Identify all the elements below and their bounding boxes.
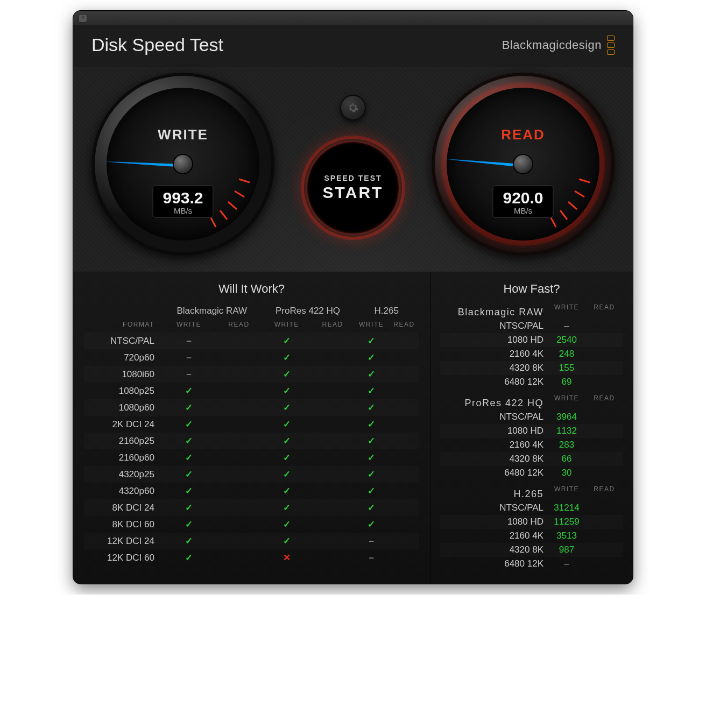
how-fast-row: 4320 8K155	[440, 361, 623, 375]
how-fast-title: How Fast?	[440, 282, 623, 296]
format-label: 8K DCI 60	[84, 516, 162, 533]
table-row: 2K DCI 24✓✓✓	[84, 416, 419, 433]
result-cell: –	[162, 349, 216, 366]
result-cell	[216, 516, 262, 533]
brand-logo: Blackmagicdesign	[502, 36, 615, 55]
result-cell	[312, 483, 354, 499]
result-cell	[216, 416, 262, 433]
result-cell: ✓	[262, 399, 312, 416]
how-fast-row: 2160 4K3513	[440, 529, 623, 543]
result-cell: ✓	[354, 333, 389, 349]
result-cell	[312, 416, 354, 433]
format-label: 2160p60	[84, 449, 162, 466]
table-row: 720p60–✓✓	[84, 349, 419, 366]
result-cell	[216, 366, 262, 383]
table-row: 1080p60✓✓✓	[84, 399, 419, 416]
how-fast-row: NTSC/PAL–	[440, 319, 623, 333]
result-cell	[312, 433, 354, 449]
table-row: 1080p25✓✓✓	[84, 383, 419, 399]
result-cell: ✓	[262, 349, 312, 366]
result-cell	[312, 499, 354, 516]
result-cell	[216, 399, 262, 416]
result-cell: ✓	[354, 483, 389, 499]
start-button-line2: START	[323, 183, 384, 202]
write-fps: 11259	[548, 517, 585, 527]
result-cell: ✓	[162, 549, 216, 566]
start-button-line1: SPEED TEST	[324, 174, 382, 182]
result-cell	[216, 466, 262, 483]
how-fast-row: 1080 HD2540	[440, 333, 623, 347]
result-cell	[312, 349, 354, 366]
how-fast-panel: How Fast? Blackmagic RAWWRITEREADNTSC/PA…	[430, 272, 633, 584]
how-fast-group-header: ProRes 422 HQWRITEREAD	[440, 394, 623, 410]
result-cell	[312, 449, 354, 466]
format-label: 1080p25	[84, 383, 162, 399]
brand-text: Blackmagicdesign	[502, 38, 602, 52]
result-cell: ✓	[354, 416, 389, 433]
format-label: 8K DCI 24	[84, 499, 162, 516]
table-row: 12K DCI 60✓✕–	[84, 549, 419, 566]
read-gauge: READ 920.0 MB/s	[432, 73, 615, 256]
format-label: 4320p25	[84, 466, 162, 483]
result-cell	[389, 433, 419, 449]
start-button[interactable]: SPEED TEST START	[307, 142, 399, 234]
how-fast-row: NTSC/PAL3964	[440, 410, 623, 424]
table-row: NTSC/PAL–✓✓	[84, 333, 419, 349]
svg-line-7	[568, 202, 577, 209]
write-fps: 69	[548, 377, 585, 387]
will-it-work-table: Blackmagic RAW ProRes 422 HQ H.265 FORMA…	[84, 303, 419, 566]
result-cell	[216, 349, 262, 366]
result-cell: ✓	[262, 533, 312, 549]
close-button[interactable]: ×	[79, 14, 87, 23]
result-cell	[389, 466, 419, 483]
how-fast-row: 4320 8K66	[440, 452, 623, 466]
result-cell	[389, 549, 419, 566]
table-row: 1080i60–✓✓	[84, 366, 419, 383]
result-cell	[389, 399, 419, 416]
write-fps: 3964	[548, 412, 585, 422]
result-cell: ✓	[262, 333, 312, 349]
result-cell: ✓	[354, 349, 389, 366]
result-cell	[389, 333, 419, 349]
write-fps: 283	[548, 440, 585, 450]
settings-button[interactable]	[340, 95, 366, 121]
result-cell: ✓	[262, 383, 312, 399]
result-cell	[389, 449, 419, 466]
format-label: NTSC/PAL	[84, 333, 162, 349]
will-it-work-title: Will It Work?	[84, 282, 419, 296]
result-cell: ✓	[162, 466, 216, 483]
result-cell: ✓	[354, 466, 389, 483]
how-fast-row: 1080 HD11259	[440, 515, 623, 529]
svg-line-6	[575, 191, 584, 197]
result-cell: ✓	[354, 449, 389, 466]
how-fast-group-header: Blackmagic RAWWRITEREAD	[440, 303, 623, 319]
how-fast-row: 4320 8K987	[440, 543, 623, 557]
result-cell: ✓	[162, 499, 216, 516]
table-row: 8K DCI 60✓✓✓	[84, 516, 419, 533]
result-cell	[312, 383, 354, 399]
how-fast-row: 1080 HD1132	[440, 424, 623, 438]
write-fps: –	[548, 559, 585, 569]
result-cell: ✓	[262, 449, 312, 466]
gear-icon	[347, 102, 359, 114]
svg-line-8	[560, 210, 567, 220]
result-cell: ✓	[262, 416, 312, 433]
table-row: 12K DCI 24✓✓–	[84, 533, 419, 549]
result-cell	[216, 499, 262, 516]
result-cell	[389, 366, 419, 383]
app-title: Disk Speed Test	[91, 34, 223, 55]
result-cell: ✓	[354, 366, 389, 383]
how-fast-row: 6480 12K69	[440, 375, 623, 389]
result-cell	[312, 516, 354, 533]
result-cell	[216, 333, 262, 349]
svg-line-2	[228, 202, 237, 209]
result-cell	[389, 483, 419, 499]
svg-line-9	[550, 217, 556, 227]
result-cell	[312, 466, 354, 483]
result-cell: ✓	[262, 499, 312, 516]
write-fps: –	[548, 321, 585, 331]
result-cell: ✓	[354, 399, 389, 416]
result-cell	[216, 533, 262, 549]
table-row: 4320p60✓✓✓	[84, 483, 419, 499]
write-fps: 2540	[548, 335, 585, 345]
